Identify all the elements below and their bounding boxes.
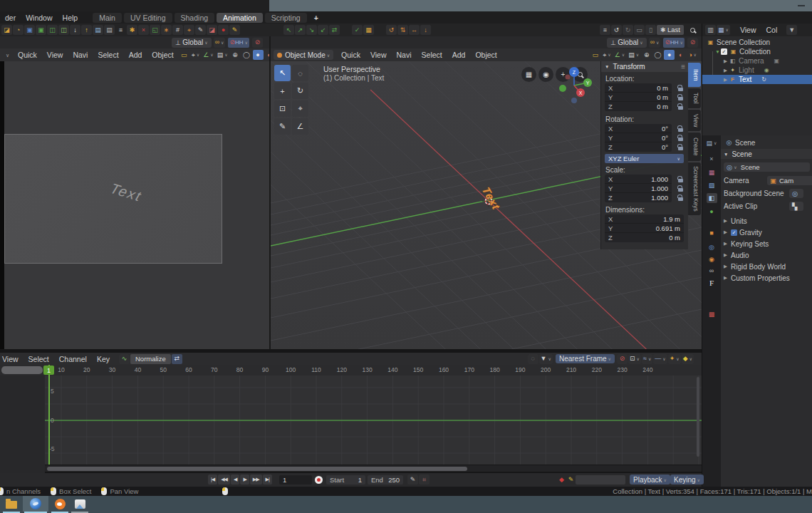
proportional-edit-icon[interactable]: ⊘ xyxy=(617,354,628,364)
apply-object-icon[interactable]: ▦ xyxy=(363,25,374,35)
playback-menu[interactable]: Playback∨ xyxy=(630,475,670,484)
constraint-properties-icon[interactable]: ∞ xyxy=(707,266,717,276)
scene-datablock-selector[interactable]: ◎∨Scene xyxy=(724,162,810,172)
snapping-toggle-icon[interactable]: ∠∨ xyxy=(202,50,214,60)
outliner-item-text[interactable]: ▶FText↻ xyxy=(702,75,812,84)
modifier-properties-icon[interactable]: ◎ xyxy=(707,242,717,252)
lock-icon[interactable] xyxy=(675,184,685,193)
menu-quick[interactable]: Quick xyxy=(13,51,42,59)
render-properties-icon[interactable]: ▦ xyxy=(707,167,717,177)
play-button[interactable]: ▶ xyxy=(240,475,249,484)
lock-icon[interactable] xyxy=(675,102,685,111)
lock-icon[interactable] xyxy=(675,175,685,184)
tool-properties-icon[interactable]: × xyxy=(707,154,717,164)
next-keyframe-button[interactable]: ▶▶ xyxy=(250,475,262,484)
left-viewport[interactable]: Text xyxy=(0,61,269,349)
align-view-front-icon[interactable]: ↗ xyxy=(295,25,306,35)
delete-icon[interactable]: × xyxy=(138,25,149,35)
field-y[interactable]: Y0.691 m xyxy=(605,224,684,233)
align-view-side-icon[interactable]: ↘ xyxy=(306,25,317,35)
panel-gravity[interactable]: ▶✓Gravity xyxy=(724,227,812,238)
rotation-mode-dropdown[interactable]: XYZ Euler∨ xyxy=(605,154,684,163)
set-origin-icon[interactable]: ⌖ xyxy=(184,25,194,35)
search-icon[interactable] xyxy=(687,25,698,35)
record-button[interactable] xyxy=(315,476,323,484)
camera-view-button[interactable]: ▦ xyxy=(521,67,536,82)
graph-hscrollbar[interactable] xyxy=(47,467,467,471)
play-reverse-button[interactable]: ◀ xyxy=(231,475,239,484)
field-x[interactable]: X1.000 xyxy=(605,175,672,184)
toolbar-menu-icon[interactable]: ≡ xyxy=(115,25,126,35)
tool-rotate[interactable]: ↻ xyxy=(292,83,308,99)
adjust-last-operation-button[interactable]: ✱ Last xyxy=(657,25,684,35)
grease-pencil-icon[interactable]: ✎ xyxy=(195,25,206,35)
origin-to-geometry-icon[interactable]: ↺ xyxy=(386,25,397,35)
sidebar-tab-screencast-keys[interactable]: Screencast Keys xyxy=(688,162,701,215)
render-animation-icon[interactable]: ▤ xyxy=(104,25,115,35)
panel-audio[interactable]: ▶Audio xyxy=(724,249,812,261)
graph-area[interactable]: 5 0 -5 xyxy=(45,375,702,465)
field-y[interactable]: Y1.000 xyxy=(605,184,672,193)
fcurve-icon[interactable]: ∿ xyxy=(119,354,130,364)
ghost-curves-icon[interactable]: ◌ xyxy=(528,354,538,364)
overlays-icon[interactable]: ▤∨ xyxy=(216,50,229,60)
lock-icon[interactable] xyxy=(675,142,685,152)
outliner-item-light[interactable]: ▶✦Light◉ xyxy=(702,66,812,75)
keyframe-type-icon[interactable]: ◆∨ xyxy=(682,354,694,364)
field-z[interactable]: Z0 m xyxy=(605,233,684,242)
menu-view[interactable]: View xyxy=(0,355,24,363)
keying-delete-icon[interactable]: ⌗ xyxy=(419,475,430,484)
end-frame-field[interactable]: End250 xyxy=(368,475,403,484)
tool-select-circle[interactable]: ◌ xyxy=(292,65,308,81)
add-workspace-button[interactable]: + xyxy=(309,14,323,22)
apply-transform-icon[interactable]: ✓ xyxy=(352,25,363,35)
shading-solid-icon[interactable]: ● xyxy=(664,50,675,60)
start-frame-field[interactable]: Start1 xyxy=(326,475,365,484)
orbit-button[interactable]: ◉ xyxy=(538,67,553,82)
taskbar-image-viewer[interactable] xyxy=(70,496,90,512)
physics-properties-icon[interactable]: ◉ xyxy=(707,254,717,264)
field-y[interactable]: Y0° xyxy=(605,133,672,142)
sidebar-tab-item[interactable]: Item xyxy=(688,63,701,87)
sidebar-tab-tool[interactable]: Tool xyxy=(688,88,701,108)
erase-icon[interactable]: ◪ xyxy=(207,25,217,35)
overlays-icon[interactable]: ▤∨ xyxy=(627,50,640,60)
field-x[interactable]: X0° xyxy=(605,124,672,133)
workspace-tab-scripting[interactable]: Scripting xyxy=(265,13,307,23)
annotate-icon[interactable]: ✎ xyxy=(229,25,240,35)
minimize-icon[interactable] xyxy=(798,5,805,6)
menu-select[interactable]: Select xyxy=(417,51,447,59)
world-properties-icon[interactable]: ● xyxy=(707,207,717,217)
menu-help[interactable]: Help xyxy=(58,14,83,22)
checkbox-icon[interactable]: ✓ xyxy=(721,48,727,55)
menu-quick[interactable]: Quick xyxy=(336,51,365,59)
outliner-item-collection[interactable]: ▼✓▣Collection xyxy=(702,47,812,56)
sidebar-tab-view[interactable]: View xyxy=(688,110,701,131)
workspace-tab-main[interactable]: Main xyxy=(93,13,122,23)
shading-solid-icon[interactable]: ● xyxy=(253,50,264,60)
camera-view-toggle-icon[interactable]: ▭ xyxy=(179,50,189,60)
camera-badge-icon[interactable]: ▣ xyxy=(774,58,780,64)
expander-icon[interactable]: ▼ xyxy=(714,49,721,54)
menu-key[interactable]: Key xyxy=(92,355,115,363)
restriction-toggles-icon[interactable]: ▥ xyxy=(705,25,716,35)
field-x[interactable]: X0 m xyxy=(605,83,672,93)
panel-custom-properties[interactable]: ▶Custom Properties xyxy=(724,272,812,284)
menu-window[interactable]: Window xyxy=(21,14,57,22)
undo-history-icon[interactable]: ✱ xyxy=(127,25,137,35)
menu-object[interactable]: Object xyxy=(470,51,501,59)
menu-view[interactable]: View xyxy=(42,51,68,59)
frame-selected-icon[interactable]: # xyxy=(172,25,183,35)
object-properties-icon[interactable]: ■ xyxy=(707,228,717,238)
tool-select-box[interactable]: ↖ xyxy=(274,65,291,81)
tool-annotate[interactable]: ✎ xyxy=(274,118,291,135)
menu-navi[interactable]: Navi xyxy=(392,51,417,59)
tool-move[interactable]: + xyxy=(274,83,291,99)
taskbar-bforartists[interactable] xyxy=(23,496,48,512)
shading-material-icon[interactable]: ◐ xyxy=(675,50,686,60)
mode-dropdown[interactable]: Object Mode∨ xyxy=(274,50,333,60)
align-view-camera-icon[interactable]: ⇄ xyxy=(329,25,340,35)
repeat-last-icon[interactable]: ▭ xyxy=(634,25,645,35)
transform-panel-header[interactable]: ▼Transform≡ xyxy=(601,61,689,72)
particle-edit-icon[interactable]: ∗ xyxy=(161,25,172,35)
